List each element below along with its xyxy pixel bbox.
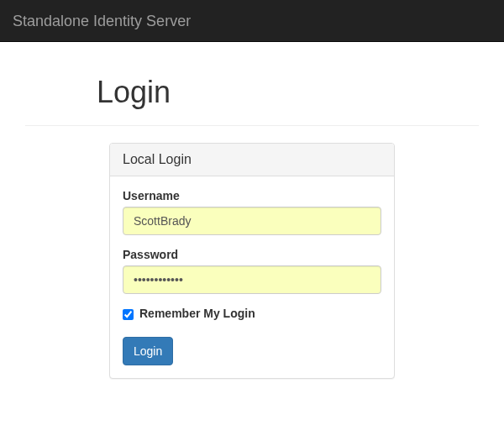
page-title: Login [97,76,407,109]
remember-group: Remember My Login [123,307,381,324]
username-input[interactable] [123,207,381,235]
password-group: Password [123,248,381,294]
password-input[interactable] [123,265,381,294]
panel-body: Username Password Remember My Login [110,176,394,378]
login-button[interactable]: Login [123,337,173,365]
password-label: Password [123,248,178,261]
local-login-panel: Local Login Username Password Remember M… [109,143,395,379]
username-label: Username [123,189,180,202]
remember-label-wrapper[interactable]: Remember My Login [123,307,255,320]
username-group: Username [123,189,381,235]
main-container: Login Local Login Username Password [13,76,491,379]
page-header: Login [25,76,479,126]
remember-checkbox[interactable] [123,309,134,320]
navbar-brand[interactable]: Standalone Identity Server [13,13,191,29]
remember-label: Remember My Login [139,307,255,320]
navbar: Standalone Identity Server [0,0,504,42]
panel-heading: Local Login [110,144,394,176]
